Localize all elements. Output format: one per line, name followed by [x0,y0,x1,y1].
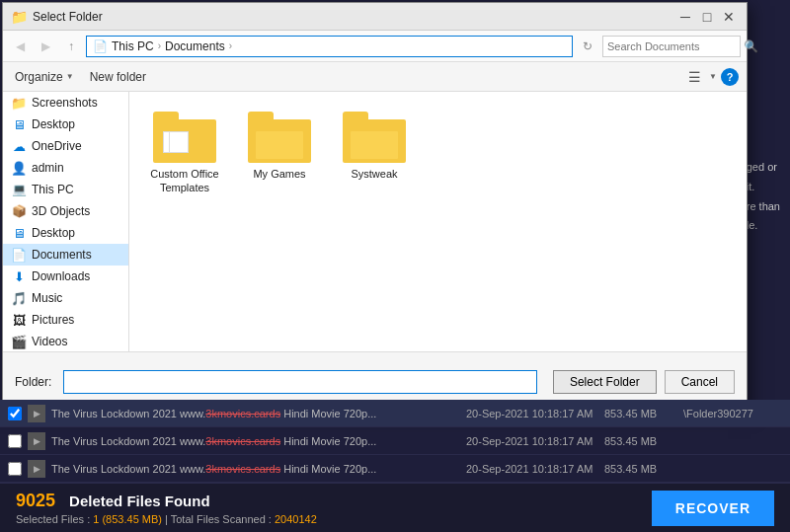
downloads-icon: ⬇ [11,268,27,284]
file-row-3-icon: ▶ [28,460,45,478]
breadcrumb-separator2: › [229,40,232,51]
onedrive-icon: ☁ [11,138,27,154]
file-row-1-icon: ▶ [28,405,45,422]
file-row-3-size: 853.45 MB [604,463,683,475]
file-row-1-name: The Virus Lockdown 2021 www.3kmovics.car… [51,408,466,419]
selected-files: 1 (853.45 MB) [93,513,162,525]
file-row-2[interactable]: ▶ The Virus Lockdown 2021 www.3kmovics.c… [0,427,790,455]
folder-label: Folder: [15,375,51,389]
toolbar: Organize ▼ New folder ☰ ▼ ? [3,62,747,92]
pictures-icon: 🖼 [11,312,27,328]
folder-input[interactable] [63,370,537,394]
sidebar-item-pictures[interactable]: 🖼 Pictures [3,309,128,331]
folder-item-systweak[interactable]: Systweak [335,108,414,199]
select-folder-button[interactable]: Select Folder [553,370,657,394]
screenshots-icon: 📁 [11,95,27,111]
sidebar: 📁 Screenshots 🖥 Desktop ☁ OneDrive 👤 adm… [3,92,129,351]
file-row-1-folder: \Folder390277 [683,408,782,419]
sidebar-item-desktop[interactable]: 🖥 Desktop [3,114,128,135]
maximize-button[interactable]: □ [697,7,717,27]
sidebar-label-desktop2: Desktop [32,226,75,240]
sidebar-item-downloads[interactable]: ⬇ Downloads [3,266,128,287]
dialog-titlebar: 📁 Select Folder ─ □ ✕ [3,3,747,31]
total-prefix: | Total Files Scanned : [165,513,272,525]
file-row-1-size: 853.45 MB [604,408,683,419]
selected-info: Selected Files : 1 (853.45 MB) | Total F… [16,513,317,525]
search-box[interactable]: 🔍 [602,36,741,57]
search-icon: 🔍 [744,39,758,53]
file-area[interactable]: Custom Office Templates My Games Systw [129,92,747,351]
up-button[interactable]: ↑ [60,36,82,57]
select-folder-dialog: 📁 Select Folder ─ □ ✕ ◀ ▶ ↑ 📄 This PC › … [2,2,748,412]
music-icon: 🎵 [11,290,27,306]
recover-button[interactable]: RECOVER [652,491,774,526]
cancel-button[interactable]: Cancel [665,370,735,394]
view-button[interactable]: ☰ [683,66,705,88]
breadcrumb-thispc-label: This PC [112,39,154,53]
organize-dropdown-icon: ▼ [66,72,74,81]
breadcrumb-thispc: 📄 [93,39,108,53]
folder-icon-custom-office [153,112,216,163]
folder-icon-my-games [248,112,311,163]
new-folder-label: New folder [90,70,146,84]
breadcrumb-separator1: › [158,40,161,51]
address-bar: ◀ ▶ ↑ 📄 This PC › Documents › ↻ 🔍 [3,31,747,62]
new-folder-button[interactable]: New folder [86,68,150,86]
sidebar-item-thispc[interactable]: 💻 This PC [3,179,128,200]
bottom-info-bar: 9025 Deleted Files Found Selected Files … [0,483,790,532]
left-info-box: 9025 Deleted Files Found Selected Files … [16,491,317,525]
search-input[interactable] [607,40,744,52]
sidebar-label-onedrive: OneDrive [32,139,82,153]
sidebar-item-screenshots[interactable]: 📁 Screenshots [3,92,128,114]
file-row-2-size: 853.45 MB [604,435,683,447]
sidebar-item-3dobjects[interactable]: 📦 3D Objects [3,200,128,222]
sidebar-label-pictures: Pictures [32,313,74,327]
sidebar-item-music[interactable]: 🎵 Music [3,287,128,309]
folder-label-custom-office: Custom Office Templates [149,167,220,195]
file-row-1-checkbox[interactable] [8,407,22,420]
file-row-3[interactable]: ▶ The Virus Lockdown 2021 www.3kmovics.c… [0,455,790,483]
sidebar-label-music: Music [32,291,62,305]
close-button[interactable]: ✕ [719,7,739,27]
sidebar-item-desktop2[interactable]: 🖥 Desktop [3,222,128,244]
folder-item-custom-office[interactable]: Custom Office Templates [145,108,224,199]
folder-item-my-games[interactable]: My Games [240,108,319,199]
forward-button[interactable]: ▶ [35,36,56,57]
desktop2-icon: 🖥 [11,225,27,241]
deleted-label: Deleted Files Found [69,493,317,509]
toolbar-right: ☰ ▼ ? [683,66,739,88]
sidebar-label-videos: Videos [32,335,67,348]
sidebar-item-onedrive[interactable]: ☁ OneDrive [3,135,128,157]
folder-label-my-games: My Games [253,167,305,181]
sidebar-label-admin: admin [32,161,64,175]
sidebar-label-thispc: This PC [32,183,74,196]
file-row-2-icon: ▶ [28,432,45,450]
folder-label-systweak: Systweak [351,167,397,181]
file-row-3-checkbox[interactable] [8,462,22,476]
file-row-1[interactable]: ▶ The Virus Lockdown 2021 www.3kmovics.c… [0,400,790,427]
view-dropdown-arrow: ▼ [709,72,717,81]
breadcrumb-documents-label: Documents [165,39,225,53]
help-button[interactable]: ? [721,68,739,86]
organize-label: Organize [15,70,63,84]
file-row-2-checkbox[interactable] [8,434,22,448]
sidebar-label-screenshots: Screenshots [32,96,98,110]
file-row-2-name: The Virus Lockdown 2021 www.3kmovics.car… [51,435,466,447]
sidebar-item-videos[interactable]: 🎬 Videos [3,331,128,351]
folder-icon-systweak [343,112,406,163]
address-breadcrumb[interactable]: 📄 This PC › Documents › [86,36,573,57]
file-row-1-date: 20-Sep-2021 10:18:17 AM [466,408,604,419]
sidebar-label-3dobjects: 3D Objects [32,204,90,218]
refresh-button[interactable]: ↻ [577,36,598,57]
thispc-icon: 💻 [11,182,27,197]
admin-icon: 👤 [11,160,27,176]
sidebar-label-desktop: Desktop [32,117,75,131]
deleted-count: 9025 [16,491,55,511]
sidebar-item-admin[interactable]: 👤 admin [3,157,128,179]
minimize-button[interactable]: ─ [675,7,695,27]
back-button[interactable]: ◀ [9,36,31,57]
sidebar-item-documents[interactable]: 📄 Documents [3,244,128,266]
organize-button[interactable]: Organize ▼ [11,68,78,86]
documents-icon: 📄 [11,247,27,263]
desktop-icon: 🖥 [11,116,27,132]
